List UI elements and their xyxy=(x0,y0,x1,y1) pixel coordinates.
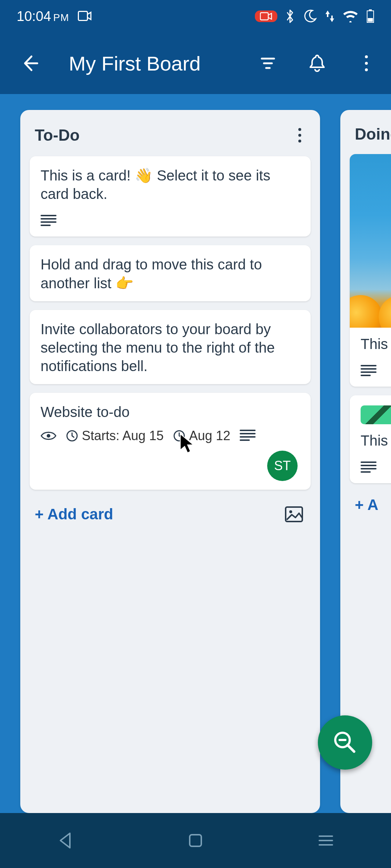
card-members: ST xyxy=(41,451,300,481)
svg-point-9 xyxy=(298,134,301,137)
nav-home-button[interactable] xyxy=(174,826,217,855)
svg-point-8 xyxy=(298,128,301,131)
card[interactable]: Website to-do Starts: Aug 15 Aug 12 xyxy=(30,393,311,489)
add-from-image-button[interactable] xyxy=(282,503,306,526)
card-badges xyxy=(41,214,300,228)
card[interactable]: This is a card! 👋 Select it to see its c… xyxy=(30,156,311,237)
cards-container: This This xyxy=(340,154,391,483)
card-badges xyxy=(361,364,391,378)
svg-line-18 xyxy=(348,745,354,752)
data-updown-icon xyxy=(325,10,335,23)
description-icon xyxy=(41,214,56,228)
card-title: This is a card! 👋 Select it to see its c… xyxy=(41,166,300,203)
card-label-green xyxy=(361,405,391,424)
filter-button[interactable] xyxy=(251,46,285,81)
list-header: Doing xyxy=(340,110,391,154)
svg-point-11 xyxy=(47,434,50,438)
card-cover-image xyxy=(350,154,391,328)
svg-rect-1 xyxy=(260,13,268,20)
list-doing[interactable]: Doing This This xyxy=(340,110,391,813)
list-title[interactable]: To-Do xyxy=(35,126,80,144)
back-button[interactable] xyxy=(12,46,47,81)
due-date-badge: Aug 12 xyxy=(173,428,230,443)
card-title: Invite collaborators to your board by se… xyxy=(41,320,300,376)
list-footer: + A xyxy=(340,483,391,517)
svg-point-10 xyxy=(298,140,301,142)
due-date-text: Aug 12 xyxy=(189,428,230,443)
list-menu-button[interactable] xyxy=(290,125,310,145)
member-avatar[interactable]: ST xyxy=(267,451,298,481)
card[interactable]: This xyxy=(350,154,391,387)
camera-icon xyxy=(78,9,92,24)
svg-point-15 xyxy=(289,510,292,513)
card-title: This xyxy=(361,431,391,450)
bluetooth-icon xyxy=(285,9,295,24)
battery-icon xyxy=(366,9,374,23)
svg-point-6 xyxy=(365,62,368,65)
notifications-button[interactable] xyxy=(300,46,335,81)
board-canvas[interactable]: To-Do This is a card! 👋 Select it to see… xyxy=(0,94,391,813)
list-todo[interactable]: To-Do This is a card! 👋 Select it to see… xyxy=(20,110,320,813)
card-badges: Starts: Aug 15 Aug 12 xyxy=(41,428,300,443)
svg-rect-19 xyxy=(190,835,201,846)
zoom-out-fab[interactable] xyxy=(318,715,372,770)
card[interactable]: This xyxy=(350,395,391,483)
overflow-menu-button[interactable] xyxy=(349,46,384,81)
board-title[interactable]: My First Board xyxy=(69,52,236,75)
status-bar: 10:04PM xyxy=(0,0,391,33)
status-time-ampm: PM xyxy=(53,12,69,23)
status-time-value: 10:04 xyxy=(17,9,51,24)
svg-rect-0 xyxy=(79,11,88,20)
card[interactable]: Hold and drag to move this card to anoth… xyxy=(30,245,311,301)
start-date-text: Starts: Aug 15 xyxy=(82,428,164,443)
start-date-badge: Starts: Aug 15 xyxy=(66,428,164,443)
status-time: 10:04PM xyxy=(17,9,69,24)
system-nav-bar xyxy=(0,813,391,868)
watching-icon xyxy=(41,430,56,441)
add-card-button[interactable]: + A xyxy=(355,496,378,514)
app-bar: My First Board xyxy=(0,33,391,94)
nav-recent-button[interactable] xyxy=(304,826,348,855)
card-title: This xyxy=(361,335,391,353)
description-icon xyxy=(361,364,377,378)
list-title[interactable]: Doing xyxy=(355,125,391,143)
description-icon xyxy=(361,461,377,475)
card-title: Website to-do xyxy=(41,403,300,421)
list-header: To-Do xyxy=(20,110,320,156)
add-card-button[interactable]: + Add card xyxy=(35,506,113,523)
nav-back-button[interactable] xyxy=(43,826,87,855)
list-footer: + Add card xyxy=(20,490,320,529)
card-title: Hold and drag to move this card to anoth… xyxy=(41,255,300,292)
svg-rect-4 xyxy=(368,18,373,22)
wifi-icon xyxy=(342,10,358,22)
card-badges xyxy=(361,461,391,475)
description-icon xyxy=(240,429,256,443)
svg-point-7 xyxy=(365,68,368,71)
card[interactable]: Invite collaborators to your board by se… xyxy=(30,310,311,384)
screen-record-icon xyxy=(255,10,277,22)
svg-point-5 xyxy=(365,55,368,58)
dnd-moon-icon xyxy=(303,9,317,24)
cards-container: This is a card! 👋 Select it to see its c… xyxy=(20,156,320,490)
